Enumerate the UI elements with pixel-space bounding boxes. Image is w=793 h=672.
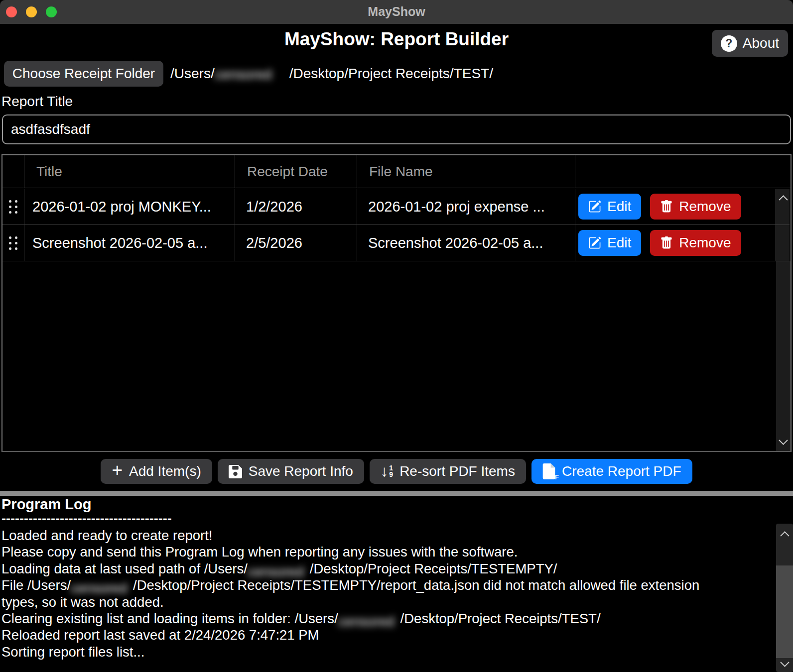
about-button[interactable]: ? About xyxy=(712,30,788,57)
cell-title: Screenshot 2026-02-05 a... xyxy=(24,225,235,261)
column-header-actions xyxy=(575,155,791,188)
column-header-file-name: File Name xyxy=(357,155,575,188)
redacted-text: censored xyxy=(338,613,400,627)
redacted-text: censored xyxy=(71,580,133,594)
log-line: Clearing existing list and loading items… xyxy=(1,610,714,627)
about-button-label: About xyxy=(743,35,779,51)
cell-actions: Edit Remove xyxy=(575,189,775,225)
scrollbar-track-segment[interactable] xyxy=(775,225,790,261)
titlebar: MayShow xyxy=(0,0,793,24)
log-line: Loaded and ready to create report! xyxy=(1,527,714,544)
log-scroll-up-button[interactable] xyxy=(776,527,793,542)
save-report-info-button[interactable]: Save Report Info xyxy=(218,459,364,484)
chevron-up-icon xyxy=(780,531,789,540)
floppy-disk-icon xyxy=(229,465,242,478)
pencil-square-icon xyxy=(588,236,601,249)
pencil-square-icon xyxy=(588,200,601,213)
path-suffix: /Desktop/Project Receipts/TEST/ xyxy=(289,66,493,82)
log-line: Sorting report files list... xyxy=(1,644,714,660)
log-line: Reloaded report last saved at 2/24/2026 … xyxy=(1,627,714,643)
redacted-username: censored xyxy=(215,67,289,81)
actions-toolbar: + Add Item(s) Save Report Info ↓ 1 9 Re-… xyxy=(0,452,793,491)
cell-actions: Edit Remove xyxy=(575,225,775,261)
edit-button[interactable]: Edit xyxy=(578,194,641,220)
plus-icon: + xyxy=(112,463,123,477)
log-splitter-handle[interactable] xyxy=(0,491,793,496)
drag-handle[interactable] xyxy=(2,189,24,225)
scroll-down-button[interactable] xyxy=(776,434,791,449)
table-row: Screenshot 2026-02-05 a... 2/5/2026 Scre… xyxy=(2,225,791,261)
program-log-heading: Program Log xyxy=(1,496,91,513)
remove-button[interactable]: Remove xyxy=(650,230,741,256)
cell-receipt-date: 2/5/2026 xyxy=(235,225,357,261)
cell-title: 2026-01-02 proj MONKEY... xyxy=(24,189,235,225)
redacted-text: censored xyxy=(248,563,310,577)
chevron-down-icon xyxy=(780,658,789,667)
items-table: Title Receipt Date File Name 2026-01-02 … xyxy=(1,154,792,452)
drag-handle[interactable] xyxy=(2,225,24,261)
help-icon: ? xyxy=(721,35,737,52)
column-header-title: Title xyxy=(24,155,235,188)
add-items-button[interactable]: + Add Item(s) xyxy=(101,459,212,484)
column-header-receipt-date: Receipt Date xyxy=(235,155,357,188)
trash-icon xyxy=(660,200,673,213)
chevron-down-icon xyxy=(779,436,788,445)
table-scrollbar-track[interactable] xyxy=(776,261,791,451)
cell-receipt-date: 1/2/2026 xyxy=(235,189,357,225)
cell-file-name: 2026-01-02 proj expense ... xyxy=(357,189,575,225)
cell-file-name: Screenshot 2026-02-05 a... xyxy=(357,225,575,261)
window-title: MayShow xyxy=(0,4,793,19)
table-row: 2026-01-02 proj MONKEY... 1/2/2026 2026-… xyxy=(2,189,791,225)
report-title-label: Report Title xyxy=(1,94,73,110)
log-scrollbar-thumb[interactable] xyxy=(776,565,793,658)
log-line: Loading data at last used path of /Users… xyxy=(1,560,714,577)
grip-dots-icon xyxy=(9,236,17,250)
log-scroll-down-button[interactable] xyxy=(776,656,793,671)
log-line: File /Users/censored/Desktop/Project Rec… xyxy=(1,577,714,610)
chevron-up-icon xyxy=(779,195,788,204)
sort-numeric-down-icon: ↓ 1 9 xyxy=(381,464,393,479)
program-log-divider: -------------------------------------- xyxy=(1,511,172,527)
grip-dots-icon xyxy=(9,200,17,214)
edit-button[interactable]: Edit xyxy=(578,230,641,256)
table-header-row: Title Receipt Date File Name xyxy=(2,155,791,188)
scroll-up-button[interactable] xyxy=(776,191,791,206)
pdf-file-icon: PDF xyxy=(542,463,555,479)
program-log-body: Loaded and ready to create report! Pleas… xyxy=(1,527,714,660)
log-scrollbar-track[interactable] xyxy=(776,524,793,672)
remove-button[interactable]: Remove xyxy=(650,194,741,220)
trash-icon xyxy=(660,236,673,249)
log-line: Please copy and send this Program Log wh… xyxy=(1,544,714,560)
create-report-pdf-button[interactable]: PDF Create Report PDF xyxy=(531,459,692,484)
page-title: MayShow: Report Builder xyxy=(0,29,793,50)
choose-receipt-folder-button[interactable]: Choose Receipt Folder xyxy=(4,61,163,87)
report-title-input[interactable] xyxy=(2,114,791,144)
table-body: 2026-01-02 proj MONKEY... 1/2/2026 2026-… xyxy=(2,189,791,451)
column-header-drag xyxy=(2,155,24,188)
receipt-folder-path: /Users/ censored /Desktop/Project Receip… xyxy=(170,61,493,87)
path-prefix: /Users/ xyxy=(170,66,215,82)
resort-pdf-items-button[interactable]: ↓ 1 9 Re-sort PDF Items xyxy=(370,459,526,484)
